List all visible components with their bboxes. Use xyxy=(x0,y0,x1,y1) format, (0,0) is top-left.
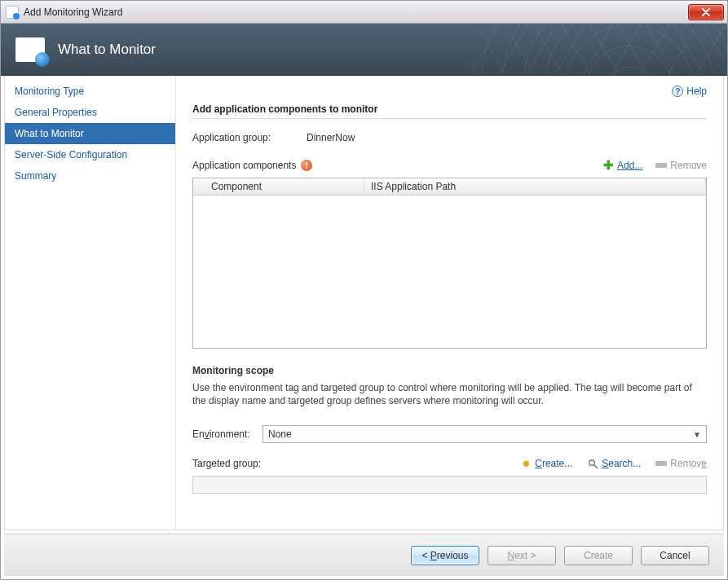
environment-row: Environment: None ▼ xyxy=(192,425,707,443)
previous-button[interactable]: < Previous xyxy=(411,546,479,565)
search-icon xyxy=(587,458,598,469)
sparkle-icon: ✸ xyxy=(520,458,532,469)
header-icon xyxy=(15,37,45,62)
remove-label: Remove xyxy=(670,160,707,171)
table-body xyxy=(193,196,706,348)
titlebar-left: Add Monitoring Wizard xyxy=(6,6,122,19)
help-label: Help xyxy=(686,86,707,97)
sidebar-item-summary[interactable]: Summary xyxy=(5,165,175,187)
search-label: Search... xyxy=(602,458,641,469)
wizard-header: What to Monitor xyxy=(1,24,727,76)
wizard-footer: < Previous Next > Create Cancel xyxy=(4,534,724,576)
col-iis-path[interactable]: IIS Application Path xyxy=(364,178,706,195)
svg-line-1 xyxy=(594,465,598,468)
chevron-down-icon: ▼ xyxy=(693,430,701,439)
environment-value: None xyxy=(268,428,292,440)
scope-title: Monitoring scope xyxy=(192,365,707,376)
components-label-group: Application components ! xyxy=(192,160,312,171)
add-label: Add... xyxy=(617,160,642,171)
next-button: Next > xyxy=(488,546,556,565)
minus-icon xyxy=(655,461,667,466)
create-label: Create... xyxy=(535,458,572,469)
sidebar-item-server-side-configuration[interactable]: Server-Side Configuration xyxy=(5,144,175,165)
sidebar-item-label: Server-Side Configuration xyxy=(15,149,127,160)
next-label: Next > xyxy=(507,550,536,561)
header-title: What to Monitor xyxy=(58,42,156,58)
app-group-row: Application group: DinnerNow xyxy=(192,132,707,143)
components-table: Component IIS Application Path xyxy=(192,178,707,349)
components-actions: ✚ Add... Remove xyxy=(603,158,707,173)
targeted-group-actions: ✸ Create... Search... Remove xyxy=(520,458,707,469)
create-group-button[interactable]: ✸ Create... xyxy=(520,458,572,469)
search-group-button[interactable]: Search... xyxy=(587,458,641,469)
titlebar: Add Monitoring Wizard xyxy=(1,1,727,24)
section-title: Add application components to monitor xyxy=(192,103,707,119)
app-icon xyxy=(6,6,19,19)
wizard-body: Monitoring Type General Properties What … xyxy=(4,76,724,530)
remove-component-button: Remove xyxy=(655,160,707,171)
app-group-label: Application group: xyxy=(192,132,307,143)
components-label: Application components xyxy=(192,160,296,171)
remove-group-button: Remove xyxy=(655,458,707,469)
create-btn-label: Create xyxy=(584,550,613,561)
environment-label: Environment: xyxy=(192,428,258,440)
sidebar-item-label: Summary xyxy=(15,170,56,182)
window-title: Add Monitoring Wizard xyxy=(24,7,122,18)
app-group-value: DinnerNow xyxy=(307,132,355,143)
sidebar-item-general-properties[interactable]: General Properties xyxy=(5,102,175,123)
minus-icon xyxy=(655,163,667,168)
help-link[interactable]: ? Help xyxy=(192,86,707,97)
close-icon xyxy=(702,8,710,16)
warning-icon: ! xyxy=(301,160,312,171)
scope-description: Use the environment tag and targeted gro… xyxy=(192,381,707,407)
cancel-button[interactable]: Cancel xyxy=(641,546,709,565)
sidebar-item-label: What to Monitor xyxy=(15,128,84,139)
sidebar-item-what-to-monitor[interactable]: What to Monitor xyxy=(5,123,175,144)
sidebar-item-label: Monitoring Type xyxy=(15,86,84,97)
targeted-group-label: Targeted group: xyxy=(192,458,261,469)
help-icon: ? xyxy=(672,86,683,97)
wizard-main: ? Help Add application components to mon… xyxy=(176,76,723,529)
previous-label: < Previous xyxy=(421,550,468,561)
targeted-group-row: Targeted group: ✸ Create... Search... xyxy=(192,458,707,469)
targeted-group-field xyxy=(192,476,707,494)
plus-icon: ✚ xyxy=(603,158,614,173)
sidebar-item-monitoring-type[interactable]: Monitoring Type xyxy=(5,81,175,102)
col-component[interactable]: Component xyxy=(193,178,364,195)
header-globe-decoration xyxy=(466,24,727,76)
wizard-window: Add Monitoring Wizard What to Monitor Mo… xyxy=(0,0,728,580)
add-component-button[interactable]: ✚ Add... xyxy=(603,158,642,173)
create-button: Create xyxy=(564,546,633,565)
remove-group-label: Remove xyxy=(670,458,707,469)
components-row: Application components ! ✚ Add... Remove xyxy=(192,158,707,173)
cancel-label: Cancel xyxy=(660,550,690,561)
sidebar-item-label: General Properties xyxy=(15,107,97,118)
table-header: Component IIS Application Path xyxy=(193,178,706,196)
close-button[interactable] xyxy=(688,4,724,20)
wizard-sidebar: Monitoring Type General Properties What … xyxy=(5,76,176,529)
environment-select[interactable]: None ▼ xyxy=(263,425,707,443)
